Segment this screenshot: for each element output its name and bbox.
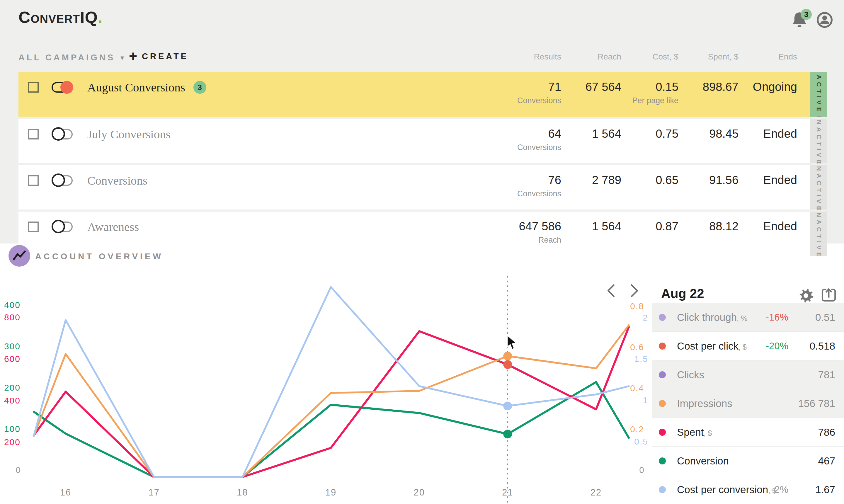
mouse-cursor	[506, 335, 520, 351]
campaign-row[interactable]: Conversions 76Conversions 2 789 0.65 91.…	[18, 165, 810, 210]
series-marker-cost_per_conversion	[503, 401, 512, 410]
metric-delta: -16%	[766, 312, 788, 323]
user-avatar-icon[interactable]	[816, 12, 833, 28]
metric-row[interactable]: Cost per conversion, $-2%1.67	[652, 475, 844, 504]
campaign-toggle-off[interactable]	[52, 175, 73, 186]
metric-label: Cost per click, $	[677, 340, 747, 352]
campaign-row[interactable]: August Conversions 3 71Conversions 67 56…	[18, 72, 810, 116]
axis-tick-label: 2	[643, 313, 648, 322]
axis-tick-label: 400	[4, 396, 20, 405]
metric-row[interactable]: Spent, $786	[652, 418, 844, 447]
status-badge: INACTIVE	[810, 119, 827, 163]
campaign-toggle-off[interactable]	[52, 221, 73, 232]
x-axis-label: 18	[237, 487, 248, 498]
column-header-ends: Ends	[703, 52, 797, 61]
create-button-label: CREATE	[142, 52, 188, 61]
metric-label: Conversion	[677, 455, 729, 467]
metric-label: Clicks	[677, 369, 704, 381]
metric-label: Cost per conversion, $	[677, 484, 776, 496]
export-icon[interactable]	[821, 287, 837, 303]
x-axis-label: 21	[502, 487, 513, 498]
status-badge: INACTIVE	[810, 212, 827, 256]
metric-rows: Click through, %-16%0.51Cost per click, …	[652, 303, 844, 504]
status-badge: ACTIVE	[810, 72, 827, 116]
metric-label: Impressions	[677, 398, 732, 409]
row-checkbox[interactable]	[28, 175, 39, 186]
axis-tick-label: 0.5	[634, 437, 648, 446]
axis-tick-label: 1.5	[634, 354, 648, 364]
series-dot-icon	[659, 486, 666, 493]
metric-value: 0.51	[815, 311, 835, 323]
campaign-title[interactable]: August Conversions	[87, 80, 185, 94]
panel-date: Aug 22	[661, 286, 704, 301]
campaign-count-badge: 3	[193, 81, 206, 94]
series-dot-icon	[659, 371, 666, 378]
axis-tick-label: 200	[4, 383, 20, 392]
metric-delta: -2%	[771, 484, 788, 495]
series-marker-spent	[503, 360, 512, 369]
toggle-knob	[52, 127, 65, 141]
series-line-conversion	[34, 382, 629, 477]
axis-tick-label: 0.2	[630, 424, 644, 434]
axis-tick-label: 100	[4, 424, 20, 434]
app-logo: ConvertIQ.	[18, 7, 103, 27]
campaign-row[interactable]: July Conversions 64Conversions 1 564 0.7…	[18, 119, 810, 163]
metric-value: 786	[818, 426, 835, 438]
metric-value: 0.518	[809, 340, 835, 352]
status-badge: INACTIVE	[810, 165, 827, 210]
axis-tick-label: 800	[4, 312, 20, 322]
toggle-knob	[52, 220, 65, 233]
series-dot-icon	[659, 400, 666, 407]
metric-row[interactable]: Clicks781	[652, 360, 844, 389]
create-campaign-button[interactable]: + CREATE	[129, 50, 188, 62]
campaign-title[interactable]: Awareness	[87, 220, 139, 234]
line-chart-icon	[8, 245, 30, 267]
chart-prev-button[interactable]	[604, 282, 618, 299]
row-checkbox[interactable]	[28, 221, 39, 232]
metric-row[interactable]: Impressions156 781	[652, 389, 844, 418]
series-marker-conversion	[503, 430, 512, 438]
x-axis-label: 20	[413, 487, 425, 498]
axis-tick-label: 1	[643, 395, 648, 405]
day-summary-panel: Aug 22 Click through, %-16%0.51Cost per …	[652, 268, 844, 504]
notification-count-badge: 3	[801, 9, 812, 20]
ends-cell: Ended	[703, 165, 797, 186]
axis-tick-label: 400	[4, 300, 20, 310]
campaigns-filter-dropdown[interactable]: ALL CAMPAIGNS ▾	[18, 53, 124, 62]
metric-label: Click through, %	[677, 311, 747, 323]
axis-tick-label: 0.6	[630, 342, 644, 352]
x-axis-label: 19	[325, 487, 337, 498]
metric-value: 467	[818, 455, 835, 467]
logo-dot: .	[98, 8, 103, 26]
axis-tick-label: 0.4	[630, 383, 644, 393]
x-axis-label: 16	[60, 487, 71, 498]
metric-row[interactable]: Conversion467	[652, 447, 844, 475]
toggle-knob	[52, 174, 65, 187]
campaign-title[interactable]: Conversions	[87, 174, 147, 187]
metric-value: 781	[818, 369, 835, 381]
metric-delta: -20%	[766, 341, 788, 352]
filter-label: ALL CAMPAIGNS	[18, 53, 115, 62]
toggle-knob	[60, 81, 73, 94]
axis-tick-label: 200	[4, 437, 20, 447]
chevron-down-icon: ▾	[121, 54, 124, 62]
chart-next-button[interactable]	[628, 282, 641, 299]
row-checkbox[interactable]	[28, 129, 39, 140]
plus-icon: +	[129, 50, 137, 62]
axis-tick-label: 0.8	[630, 301, 644, 311]
metric-label: Spent, $	[677, 426, 712, 438]
row-checkbox[interactable]	[28, 82, 39, 93]
metric-unit: , $	[704, 429, 712, 437]
metric-row[interactable]: Cost per click, $-20%0.518	[652, 332, 844, 360]
series-dot-icon	[659, 314, 666, 321]
series-dot-icon	[659, 457, 666, 465]
metric-row[interactable]: Click through, %-16%0.51	[652, 303, 844, 332]
axis-tick-label: 300	[4, 341, 20, 351]
axis-zero-label: 0	[16, 465, 20, 475]
campaign-toggle-off[interactable]	[52, 129, 73, 140]
campaign-title[interactable]: July Conversions	[87, 127, 170, 141]
campaign-toggle-on[interactable]	[52, 82, 73, 93]
series-dot-icon	[659, 429, 666, 436]
x-axis-label: 17	[148, 487, 159, 498]
settings-gear-icon[interactable]	[798, 287, 814, 304]
